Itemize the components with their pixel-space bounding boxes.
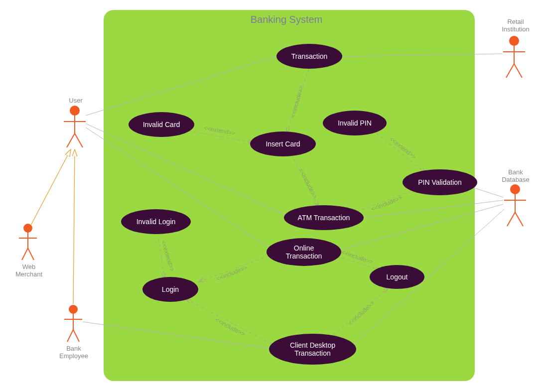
svg-line-8 — [22, 248, 28, 260]
label-retail-institution: Retail Institution — [498, 18, 533, 33]
svg-line-3 — [67, 133, 75, 147]
usecase-client-desktop-transaction: Client Desktop Transaction — [269, 334, 356, 365]
actor-web-merchant — [19, 224, 37, 260]
label-bank-database: Bank Database — [499, 168, 532, 183]
usecase-online-transaction: Online Transaction — [267, 238, 341, 266]
usecase-invalid-card: Invalid Card — [129, 112, 194, 137]
svg-point-15 — [510, 36, 519, 45]
actor-user — [64, 106, 86, 147]
usecase-invalid-login: Invalid Login — [121, 209, 191, 234]
svg-line-9 — [28, 248, 34, 260]
svg-line-13 — [67, 330, 73, 342]
usecase-login: Login — [142, 277, 198, 302]
svg-point-20 — [511, 185, 520, 194]
svg-line-23 — [507, 212, 515, 226]
svg-point-10 — [69, 305, 77, 313]
svg-point-0 — [70, 106, 79, 115]
svg-line-18 — [506, 64, 514, 78]
gen-webmerchant-user — [31, 149, 71, 225]
label-user: User — [66, 97, 86, 104]
diagram-canvas: Banking System — [0, 0, 541, 392]
usecase-logout: Logout — [370, 265, 424, 289]
svg-line-14 — [73, 330, 79, 342]
svg-line-24 — [515, 212, 523, 226]
actor-bank-employee — [64, 305, 82, 342]
system-title: Banking System — [222, 14, 351, 25]
svg-line-4 — [75, 133, 83, 147]
usecase-atm-transaction: ATM Transaction — [284, 205, 364, 230]
usecase-invalid-pin: Invalid PIN — [323, 111, 387, 135]
usecase-insert-card: Insert Card — [250, 131, 316, 156]
label-bank-employee: Bank Employee — [58, 345, 90, 360]
usecase-transaction: Transaction — [276, 44, 342, 69]
usecase-pin-validation: PIN Validation — [403, 169, 477, 195]
gen-bankemployee-user — [73, 149, 75, 304]
actor-retail-institution — [503, 36, 525, 78]
svg-line-19 — [514, 64, 522, 78]
label-web-merchant: Web Merchant — [14, 263, 44, 278]
svg-point-5 — [24, 224, 32, 232]
actor-bank-database — [504, 185, 526, 226]
